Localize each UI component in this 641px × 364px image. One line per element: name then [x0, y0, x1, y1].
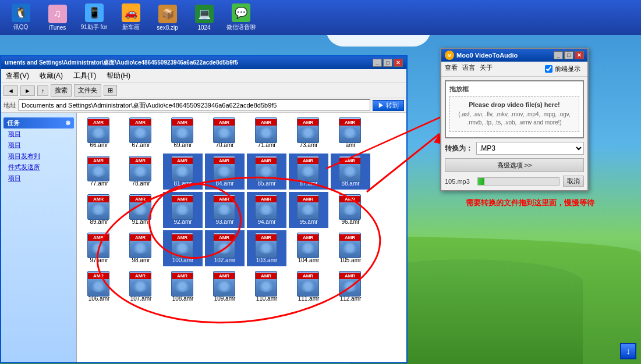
file-item[interactable]: 73.amr [289, 115, 328, 151]
file-icon [87, 194, 111, 217]
file-icon [213, 271, 236, 294]
file-item[interactable]: 98.amr [121, 230, 161, 266]
up-button[interactable]: ↑ [37, 85, 49, 96]
file-item[interactable]: 106.amr [79, 269, 119, 305]
file-item[interactable]: 105.amr [331, 230, 370, 266]
file-icon [87, 233, 111, 256]
moo0-titlebar-buttons: _ □ ✕ [554, 51, 584, 59]
sidebar-item-5[interactable]: 项目 [3, 173, 74, 184]
moo0-menu-about[interactable]: 关于 [480, 63, 493, 74]
amr-icon [171, 271, 193, 297]
moo0-minimize-button[interactable]: _ [554, 51, 563, 59]
file-item[interactable]: 107.amr [121, 269, 161, 305]
wave-graphic [174, 242, 190, 254]
file-item[interactable]: 111.amr [289, 269, 328, 305]
file-item[interactable]: 81.amr [163, 154, 203, 190]
convert-select[interactable]: .MP3 [476, 142, 584, 155]
file-item[interactable]: 109.amr [205, 269, 245, 305]
file-item[interactable]: 108.amr [163, 269, 203, 305]
wave-graphic [90, 242, 107, 254]
minimize-button[interactable]: _ [373, 59, 382, 67]
file-item[interactable]: 104.amr [289, 230, 328, 266]
file-item[interactable]: 67.amr [121, 115, 161, 151]
sidebar-item-4[interactable]: 件式发送所 [3, 162, 74, 173]
file-item[interactable]: 96.amr [331, 192, 370, 228]
sidebar-header-tasks[interactable]: 任务 ⊗ [3, 117, 74, 129]
drop-frame-label: 拖放框 [449, 85, 579, 94]
sidebar-item-1[interactable]: 项目 [3, 129, 74, 140]
taskbar-icon-1024[interactable]: 💻 1024 [188, 5, 220, 31]
moo0-close-button[interactable]: ✕ [575, 51, 584, 59]
wave-graphic [216, 242, 232, 254]
sidebar-item-3[interactable]: 项目发布到 [3, 151, 74, 162]
file-item[interactable]: 70.amr [205, 115, 245, 151]
file-item[interactable]: 69.amr [163, 115, 203, 151]
file-item[interactable]: 112.amr [331, 269, 370, 305]
file-icon [129, 156, 153, 179]
file-icon [297, 117, 320, 141]
file-icon [297, 194, 320, 217]
moo0-maximize-button[interactable]: □ [564, 51, 573, 59]
drop-frame: 拖放框 Please drop video file(s) here! (.as… [445, 80, 584, 138]
taskbar-icon-91helper[interactable]: 📱 91助手 for [78, 3, 110, 31]
menu-tools[interactable]: 工具(T) [71, 70, 98, 81]
file-item[interactable]: 100.amr [163, 230, 203, 266]
taskbar-icon-sex8zip[interactable]: 📦 sex8.zip [151, 5, 183, 31]
cancel-button[interactable]: 取消 [563, 176, 584, 187]
amr-icon [129, 194, 151, 220]
close-button[interactable]: ✕ [394, 59, 403, 67]
taskbar-icon-wechat[interactable]: 💬 微信语音聊 [225, 3, 257, 31]
file-area[interactable]: 66.amr 67.amr 69.amr 70.amr [77, 113, 406, 362]
moo0-frontend-checkbox[interactable] [545, 65, 553, 73]
taskbar-icon-xinchehua[interactable]: 🚗 新车画 [115, 3, 147, 31]
taskbar-icon-qq[interactable]: 🐧 讯QQ [5, 3, 37, 31]
wave-graphic [300, 165, 316, 177]
file-item[interactable]: amr [331, 115, 370, 151]
file-item[interactable]: 85.amr [247, 154, 286, 190]
file-item[interactable]: 92.amr [163, 192, 203, 228]
file-icon [129, 194, 153, 217]
address-input[interactable] [19, 99, 370, 111]
file-item[interactable]: 102.amr [205, 230, 245, 266]
file-item[interactable]: 88.amr [331, 154, 370, 190]
amr-icon [129, 233, 151, 258]
go-button[interactable]: ▶ 转到 [373, 100, 404, 111]
file-item[interactable]: 91.amr [121, 192, 161, 228]
forward-button[interactable]: ► [20, 85, 35, 96]
taskbar-icon-itunes[interactable]: ♫ iTunes [41, 5, 73, 31]
file-item[interactable]: 84.amr [205, 154, 245, 190]
file-item[interactable]: 89.amr [79, 192, 119, 228]
file-item[interactable]: 97.amr [79, 230, 119, 266]
file-item[interactable]: 93.amr [205, 192, 245, 228]
moo0-menu-lang[interactable]: 语言 [462, 63, 475, 74]
wave-graphic [300, 127, 316, 138]
maximize-button[interactable]: □ [383, 59, 392, 67]
drop-area[interactable]: Please drop video file(s) here! (.asf, .… [449, 96, 579, 132]
file-item[interactable]: 77.amr [79, 154, 119, 190]
folder-button[interactable]: 文件夹 [74, 84, 101, 97]
amr-icon [339, 117, 361, 143]
file-item[interactable]: 103.amr [247, 230, 286, 266]
moo0-menu-view[interactable]: 查看 [445, 63, 458, 74]
wave-graphic [342, 127, 358, 138]
file-item[interactable]: 71.amr [247, 115, 286, 151]
back-button[interactable]: ◄ [3, 85, 18, 96]
search-button[interactable]: 搜索 [51, 84, 72, 97]
advanced-options-button[interactable]: 高级选项 >> [445, 158, 584, 172]
download-arrow[interactable]: ↓ [620, 343, 636, 359]
amr-icon [255, 271, 277, 297]
sidebar-item-2[interactable]: 项目 [3, 140, 74, 151]
view-button[interactable]: ⊞ [104, 85, 117, 96]
menu-help[interactable]: 帮助(H) [104, 70, 133, 81]
explorer-toolbar: ◄ ► ↑ 搜索 文件夹 ⊞ [1, 83, 406, 98]
menu-favorites[interactable]: 收藏(A) [37, 70, 65, 81]
amr-icon [255, 156, 277, 181]
file-item[interactable]: 110.amr [247, 269, 286, 305]
file-item[interactable]: 94.amr [247, 192, 286, 228]
file-item[interactable]: 95.amr [289, 192, 328, 228]
file-item[interactable]: 78.amr [121, 154, 161, 190]
file-item[interactable]: 66.amr [79, 115, 119, 151]
file-icon [339, 271, 362, 294]
menu-view[interactable]: 查看(V) [3, 70, 31, 81]
file-item[interactable]: 87.amr [289, 154, 328, 190]
